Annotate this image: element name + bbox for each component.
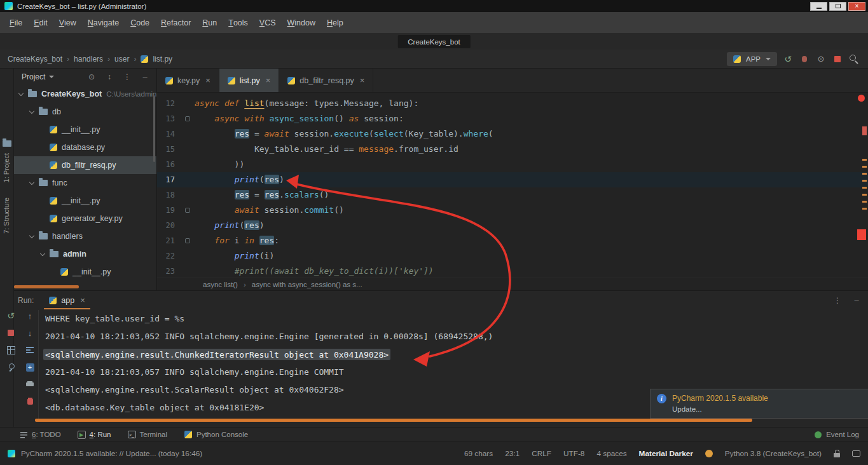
close-icon[interactable]: × bbox=[360, 76, 365, 85]
tree-item[interactable]: CreateKeys_botC:\Users\admin\ bbox=[14, 85, 156, 103]
fold-icon[interactable] bbox=[185, 238, 190, 243]
tree-item[interactable]: __init__.py bbox=[14, 263, 156, 281]
toolwindow-button-6-todo[interactable]: 6: TODO bbox=[19, 430, 61, 439]
pin-icon[interactable] bbox=[5, 362, 17, 372]
error-stripe-mark[interactable] bbox=[862, 126, 867, 135]
soft-wrap-icon[interactable] bbox=[24, 345, 36, 355]
console-line[interactable]: <sqlalchemy.engine.result.ChunkedIterato… bbox=[45, 346, 745, 363]
notification-toast[interactable]: i PyCharm 2020.1.5 available Update... bbox=[650, 389, 868, 419]
editor-tab-list.py[interactable]: list.py× bbox=[219, 69, 280, 92]
status-message[interactable]: PyCharm 2020.1.5 available: // Update...… bbox=[21, 449, 202, 458]
run-config-selector[interactable]: APP bbox=[727, 52, 777, 66]
code-line[interactable]: 18 res = res.scalars() bbox=[157, 187, 868, 203]
screen-icon[interactable] bbox=[852, 450, 860, 457]
printer-icon[interactable] bbox=[24, 379, 36, 389]
chevron-down-icon[interactable] bbox=[49, 76, 54, 78]
hide-icon[interactable] bbox=[851, 295, 862, 306]
toolwindow-button-python-console[interactable]: Python Console bbox=[184, 430, 248, 439]
code-line[interactable]: 13 async with async_session() as session… bbox=[157, 111, 868, 126]
console-line[interactable]: WHERE key_table.user_id = %s bbox=[45, 310, 745, 328]
tool-button-structure[interactable]: 7: Structure bbox=[3, 198, 10, 234]
code-line[interactable]: 23 #print((await db_key_to_dict(i))['key… bbox=[157, 264, 868, 278]
chevron-down-icon[interactable] bbox=[29, 179, 34, 184]
down-icon[interactable] bbox=[24, 328, 36, 338]
fold-icon[interactable] bbox=[185, 116, 190, 121]
fold-icon[interactable] bbox=[185, 208, 190, 213]
editor-tab-key.py[interactable]: key.py× bbox=[157, 69, 219, 92]
tree-item[interactable]: handlers bbox=[14, 227, 156, 245]
menu-vcs[interactable]: VCS bbox=[254, 12, 282, 33]
menu-refactor[interactable]: Refactor bbox=[155, 12, 196, 33]
chevron-down-icon[interactable] bbox=[18, 90, 24, 95]
console-horizontal-scrollbar[interactable] bbox=[35, 419, 752, 422]
toolwindow-button-event-log[interactable]: Event Log bbox=[813, 430, 859, 439]
menu-navigate[interactable]: Navigate bbox=[82, 12, 125, 33]
breadcrumb-item[interactable]: handlers bbox=[74, 55, 103, 64]
code-line[interactable]: 12async def list(message: types.Message,… bbox=[157, 96, 868, 111]
breadcrumb-item[interactable]: list.py bbox=[153, 55, 172, 64]
console-line[interactable]: <db.database.Key_table object at 0x04181… bbox=[45, 399, 745, 417]
error-stripe-mark[interactable] bbox=[857, 229, 866, 240]
menu-help[interactable]: Help bbox=[321, 12, 349, 33]
status-caret-position[interactable]: 23:1 bbox=[505, 449, 520, 458]
console-line[interactable]: <sqlalchemy.engine.result.ScalarResult o… bbox=[45, 381, 745, 399]
code-line[interactable]: 16 )) bbox=[157, 157, 868, 172]
clear-icon[interactable] bbox=[24, 396, 36, 407]
tree-item[interactable]: db bbox=[14, 103, 156, 121]
breadcrumb-item[interactable]: user bbox=[114, 55, 129, 64]
window-switcher-tab[interactable]: CreateKeys_bot bbox=[397, 35, 470, 48]
restore-layout-icon[interactable] bbox=[5, 345, 17, 355]
status-theme[interactable]: Material Darker bbox=[639, 449, 693, 458]
tool-button-project[interactable]: 1: Project bbox=[3, 153, 10, 182]
notification-update-link[interactable]: Update... bbox=[672, 405, 768, 413]
editor-breadcrumb-item[interactable]: async list() bbox=[203, 281, 238, 288]
code-line[interactable]: 14 res = await session.execute(select(Ke… bbox=[157, 126, 868, 142]
status-line-separator[interactable]: CRLF bbox=[532, 449, 551, 458]
options-icon[interactable] bbox=[122, 72, 132, 82]
menu-code[interactable]: Code bbox=[125, 12, 155, 33]
stop-run-icon[interactable] bbox=[831, 53, 844, 65]
code-line[interactable]: 19 await session.commit() bbox=[157, 203, 868, 218]
search-icon[interactable] bbox=[848, 53, 860, 65]
code-line[interactable]: 21 for i in res: bbox=[157, 233, 868, 248]
tree-item[interactable]: admin bbox=[14, 245, 156, 263]
stop-icon[interactable] bbox=[5, 328, 17, 338]
code-line[interactable]: 20 print(res) bbox=[157, 218, 868, 233]
tree-item[interactable]: __init__.py bbox=[14, 121, 156, 138]
tree-item[interactable]: database.py bbox=[14, 138, 156, 156]
minimize-button[interactable] bbox=[810, 2, 827, 11]
error-badge-icon[interactable] bbox=[858, 95, 865, 102]
project-tool-icon[interactable] bbox=[3, 140, 11, 147]
scroll-end-icon[interactable] bbox=[24, 362, 36, 372]
hide-icon[interactable] bbox=[140, 72, 150, 82]
close-button[interactable]: × bbox=[848, 2, 865, 11]
status-interpreter[interactable]: Python 3.8 (CreateKeys_bot) bbox=[725, 449, 822, 458]
maximize-button[interactable] bbox=[829, 2, 846, 11]
rerun-icon[interactable] bbox=[782, 53, 794, 65]
code-line[interactable]: 15 Key_table.user_id == message.from_use… bbox=[157, 142, 868, 157]
collapse-icon[interactable] bbox=[104, 72, 114, 82]
up-icon[interactable] bbox=[24, 311, 36, 321]
locate-icon[interactable] bbox=[86, 72, 97, 82]
tree-item[interactable]: db_filtr_resq.py bbox=[14, 156, 156, 174]
console-line[interactable]: 2021-04-10 18:21:03,052 INFO sqlalchemy.… bbox=[45, 328, 745, 346]
project-horizontal-scrollbar[interactable] bbox=[14, 285, 79, 288]
chevron-down-icon[interactable] bbox=[40, 250, 45, 255]
project-vertical-scrollbar[interactable] bbox=[153, 95, 155, 162]
close-icon[interactable]: × bbox=[205, 76, 210, 85]
readonly-lock-icon[interactable] bbox=[834, 453, 840, 457]
rerun-icon[interactable] bbox=[5, 311, 17, 321]
toolwindow-button-terminal[interactable]: Terminal bbox=[128, 431, 167, 438]
editor-tab-db_filtr_resq.py[interactable]: db_filtr_resq.py× bbox=[279, 69, 373, 92]
editor-breadcrumb-item[interactable]: async with async_session() as s... bbox=[252, 281, 362, 288]
menu-tools[interactable]: Tools bbox=[223, 12, 254, 33]
menu-edit[interactable]: Edit bbox=[28, 12, 53, 33]
close-icon[interactable]: × bbox=[266, 76, 271, 85]
toolwindow-button-4-run[interactable]: 4: Run bbox=[78, 431, 111, 439]
close-icon[interactable]: × bbox=[80, 295, 85, 305]
breadcrumb-item[interactable]: CreateKeys_bot bbox=[8, 55, 62, 64]
tree-item[interactable]: func bbox=[14, 174, 156, 192]
status-indent-style[interactable]: 4 spaces bbox=[596, 449, 626, 458]
warning-stripe-marks[interactable] bbox=[862, 159, 867, 213]
chevron-down-icon[interactable] bbox=[29, 108, 34, 113]
